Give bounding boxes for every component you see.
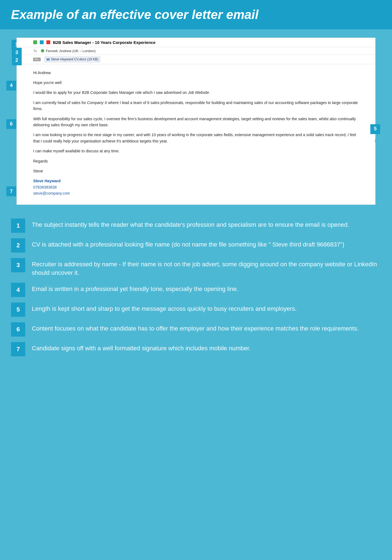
page-title: Example of an effective cover letter ema… xyxy=(11,8,381,22)
regards: Regards xyxy=(33,158,359,164)
tip-text-5: Length is kept short and sharp to get th… xyxy=(32,303,297,313)
sig-name: Steve Hayward xyxy=(33,178,359,184)
message-icon: Mes xyxy=(33,58,41,61)
opening: Hope you're well xyxy=(33,80,359,86)
email-body: 4 5 ↓ 6 7 Hi Andrew Hope you're well I w… xyxy=(17,64,375,205)
tip-badge-4: 4 xyxy=(11,283,25,297)
para2: I am currently head of sales for Company… xyxy=(33,100,359,112)
tips-section: 1The subject instantly tells the reader … xyxy=(11,219,381,356)
tip-badge-7: 7 xyxy=(11,342,25,356)
badge-4: 4 xyxy=(6,81,16,91)
para2-italic: Company X xyxy=(87,100,107,105)
badge-2: 2 xyxy=(12,55,22,65)
page-header: Example of an effective cover letter ema… xyxy=(0,0,392,29)
email-mock: 1 B2B Sales Manager - 10 Years Corporate… xyxy=(16,38,376,205)
para3: With full responsibility for our sales c… xyxy=(33,116,359,128)
name-plain: Steve xyxy=(33,168,359,174)
tip-text-4: Email is written in a professional yet f… xyxy=(32,283,238,293)
email-subject: B2B Sales Manager - 10 Years Corporate E… xyxy=(53,40,155,45)
tip-item-7: 7Candidate signs off with a well formatt… xyxy=(11,342,381,356)
para1-italic: Job Website xyxy=(188,90,209,95)
badge-5: 5 xyxy=(370,124,380,134)
para4: I am now looking to progress to the next… xyxy=(33,132,359,144)
email-attachment-row: 2 Mes W Steve Hayward CV.docx (19 KB) xyxy=(17,55,375,64)
tip-item-2: 2CV is attached with a professional look… xyxy=(11,238,381,253)
tip-text-1: The subject instantly tells the reader w… xyxy=(32,219,349,229)
email-subject-row: B2B Sales Manager - 10 Years Corporate E… xyxy=(17,38,375,47)
tip-item-4: 4Email is written in a professional yet … xyxy=(11,283,381,297)
email-container: B2B Sales Manager - 10 Years Corporate E… xyxy=(16,38,376,205)
tip-badge-3: 3 xyxy=(11,258,25,272)
main-content: 1 B2B Sales Manager - 10 Years Corporate… xyxy=(0,29,392,370)
word-icon: W xyxy=(46,57,50,61)
attachment-file: W Steve Hayward CV.docx (19 KB) xyxy=(44,57,100,62)
scroll-arrow-down-icon: ↓ xyxy=(374,135,377,145)
tip-item-5: 5Length is kept short and sharp to get t… xyxy=(11,303,381,317)
tip-text-3: Recruiter is addressed by name - If thei… xyxy=(32,258,381,277)
attachment-label: Steve Hayward CV.docx (19 KB) xyxy=(51,57,98,61)
email-to-value: Fennell, Andrew (UK – London) xyxy=(46,49,96,53)
greeting: Hi Andrew xyxy=(33,70,359,76)
tip-badge-6: 6 xyxy=(11,322,25,337)
tip-item-3: 3Recruiter is addressed by name - If the… xyxy=(11,258,381,277)
tip-text-7: Candidate signs off with a well formatte… xyxy=(32,342,251,353)
sig-phone: 07838383838 xyxy=(33,184,359,190)
tip-item-1: 1The subject instantly tells the reader … xyxy=(11,219,381,233)
tip-text-6: Content focuses on what the candidate ha… xyxy=(32,322,359,333)
tip-badge-5: 5 xyxy=(11,303,25,317)
badge-5-container: 5 ↓ xyxy=(370,124,380,145)
green-dot-icon xyxy=(41,49,44,52)
email-to-row: 3 To Fennell, Andrew (UK – London) xyxy=(17,47,375,55)
to-label: To xyxy=(33,49,37,53)
sig-email: steve@company.com xyxy=(33,190,359,196)
tip-badge-2: 2 xyxy=(11,238,25,253)
badge-7: 7 xyxy=(6,186,16,196)
tip-text-2: CV is attached with a professional looki… xyxy=(32,238,344,249)
para1: I would like to apply for your B2B Corpo… xyxy=(33,89,359,96)
tip-item-6: 6Content focuses on what the candidate h… xyxy=(11,322,381,337)
para5: I can make myself available to discuss a… xyxy=(33,148,359,154)
badge-6: 6 xyxy=(6,119,16,129)
tip-badge-1: 1 xyxy=(11,219,25,233)
